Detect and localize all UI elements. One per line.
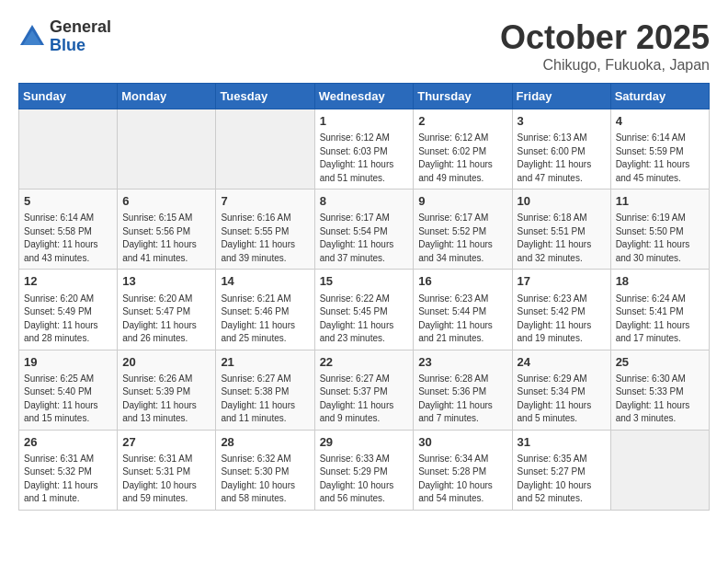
day-number: 14	[221, 273, 309, 290]
weekday-header-friday: Friday	[512, 84, 610, 109]
day-cell: 27Sunrise: 6:31 AM Sunset: 5:31 PM Dayli…	[118, 430, 216, 510]
day-cell: 22Sunrise: 6:27 AM Sunset: 5:37 PM Dayli…	[314, 350, 414, 430]
day-info: Sunrise: 6:19 AM Sunset: 5:50 PM Dayligh…	[616, 212, 704, 265]
month-title: October 2025	[500, 18, 710, 57]
day-cell: 7Sunrise: 6:16 AM Sunset: 5:55 PM Daylig…	[216, 190, 314, 270]
day-number: 20	[122, 354, 210, 371]
day-info: Sunrise: 6:23 AM Sunset: 5:44 PM Dayligh…	[418, 293, 506, 346]
day-info: Sunrise: 6:30 AM Sunset: 5:33 PM Dayligh…	[616, 373, 704, 426]
day-number: 5	[24, 193, 112, 210]
logo-blue-text: Blue	[50, 37, 111, 55]
day-info: Sunrise: 6:34 AM Sunset: 5:28 PM Dayligh…	[418, 453, 506, 506]
day-number: 13	[122, 273, 210, 290]
day-cell	[610, 430, 709, 510]
day-info: Sunrise: 6:12 AM Sunset: 6:03 PM Dayligh…	[320, 132, 409, 185]
day-cell: 26Sunrise: 6:31 AM Sunset: 5:32 PM Dayli…	[19, 430, 118, 510]
day-cell: 19Sunrise: 6:25 AM Sunset: 5:40 PM Dayli…	[19, 350, 118, 430]
day-number: 25	[616, 354, 704, 371]
day-cell: 24Sunrise: 6:29 AM Sunset: 5:34 PM Dayli…	[512, 350, 610, 430]
day-cell: 14Sunrise: 6:21 AM Sunset: 5:46 PM Dayli…	[216, 270, 314, 350]
day-cell: 12Sunrise: 6:20 AM Sunset: 5:49 PM Dayli…	[19, 270, 118, 350]
day-info: Sunrise: 6:17 AM Sunset: 5:54 PM Dayligh…	[320, 212, 409, 265]
day-info: Sunrise: 6:16 AM Sunset: 5:55 PM Dayligh…	[221, 212, 309, 265]
title-area: October 2025 Chikugo, Fukuoka, Japan	[500, 18, 710, 74]
day-cell	[19, 109, 118, 190]
day-cell: 2Sunrise: 6:12 AM Sunset: 6:02 PM Daylig…	[414, 109, 512, 190]
day-info: Sunrise: 6:12 AM Sunset: 6:02 PM Dayligh…	[418, 132, 506, 185]
weekday-header-thursday: Thursday	[414, 84, 512, 109]
weekday-header-saturday: Saturday	[610, 84, 709, 109]
day-number: 11	[616, 193, 704, 210]
day-cell: 9Sunrise: 6:17 AM Sunset: 5:52 PM Daylig…	[414, 190, 512, 270]
day-cell: 17Sunrise: 6:23 AM Sunset: 5:42 PM Dayli…	[512, 270, 610, 350]
day-cell: 29Sunrise: 6:33 AM Sunset: 5:29 PM Dayli…	[314, 430, 414, 510]
day-number: 4	[616, 113, 704, 130]
day-cell: 20Sunrise: 6:26 AM Sunset: 5:39 PM Dayli…	[118, 350, 216, 430]
day-number: 22	[320, 354, 409, 371]
day-number: 17	[518, 273, 606, 290]
day-number: 6	[122, 193, 210, 210]
day-number: 23	[418, 354, 506, 371]
day-number: 15	[320, 273, 409, 290]
day-info: Sunrise: 6:35 AM Sunset: 5:27 PM Dayligh…	[518, 453, 606, 506]
week-row-5: 26Sunrise: 6:31 AM Sunset: 5:32 PM Dayli…	[19, 430, 710, 510]
week-row-2: 5Sunrise: 6:14 AM Sunset: 5:58 PM Daylig…	[19, 190, 710, 270]
day-number: 29	[320, 434, 409, 451]
day-cell: 11Sunrise: 6:19 AM Sunset: 5:50 PM Dayli…	[610, 190, 709, 270]
day-info: Sunrise: 6:23 AM Sunset: 5:42 PM Dayligh…	[518, 293, 606, 346]
day-cell: 4Sunrise: 6:14 AM Sunset: 5:59 PM Daylig…	[610, 109, 709, 190]
day-number: 12	[24, 273, 112, 290]
day-number: 18	[616, 273, 704, 290]
day-number: 31	[518, 434, 606, 451]
weekday-header-row: SundayMondayTuesdayWednesdayThursdayFrid…	[19, 84, 710, 109]
day-cell: 28Sunrise: 6:32 AM Sunset: 5:30 PM Dayli…	[216, 430, 314, 510]
day-info: Sunrise: 6:22 AM Sunset: 5:45 PM Dayligh…	[320, 293, 409, 346]
day-info: Sunrise: 6:17 AM Sunset: 5:52 PM Dayligh…	[418, 212, 506, 265]
day-number: 28	[221, 434, 309, 451]
day-number: 19	[24, 354, 112, 371]
header: General Blue October 2025 Chikugo, Fukuo…	[18, 18, 710, 74]
day-info: Sunrise: 6:29 AM Sunset: 5:34 PM Dayligh…	[518, 373, 606, 426]
day-info: Sunrise: 6:20 AM Sunset: 5:47 PM Dayligh…	[122, 293, 210, 346]
calendar: SundayMondayTuesdayWednesdayThursdayFrid…	[18, 83, 710, 511]
weekday-header-sunday: Sunday	[19, 84, 118, 109]
day-cell: 16Sunrise: 6:23 AM Sunset: 5:44 PM Dayli…	[414, 270, 512, 350]
day-cell	[216, 109, 314, 190]
day-info: Sunrise: 6:27 AM Sunset: 5:38 PM Dayligh…	[221, 373, 309, 426]
day-number: 3	[518, 113, 606, 130]
day-cell: 25Sunrise: 6:30 AM Sunset: 5:33 PM Dayli…	[610, 350, 709, 430]
day-info: Sunrise: 6:20 AM Sunset: 5:49 PM Dayligh…	[24, 293, 112, 346]
day-info: Sunrise: 6:15 AM Sunset: 5:56 PM Dayligh…	[122, 212, 210, 265]
day-cell: 15Sunrise: 6:22 AM Sunset: 5:45 PM Dayli…	[314, 270, 414, 350]
day-info: Sunrise: 6:27 AM Sunset: 5:37 PM Dayligh…	[320, 373, 409, 426]
week-row-1: 1Sunrise: 6:12 AM Sunset: 6:03 PM Daylig…	[19, 109, 710, 190]
day-info: Sunrise: 6:21 AM Sunset: 5:46 PM Dayligh…	[221, 293, 309, 346]
day-info: Sunrise: 6:14 AM Sunset: 5:59 PM Dayligh…	[616, 132, 704, 185]
day-cell: 18Sunrise: 6:24 AM Sunset: 5:41 PM Dayli…	[610, 270, 709, 350]
day-cell: 1Sunrise: 6:12 AM Sunset: 6:03 PM Daylig…	[314, 109, 414, 190]
day-info: Sunrise: 6:33 AM Sunset: 5:29 PM Dayligh…	[320, 453, 409, 506]
day-info: Sunrise: 6:14 AM Sunset: 5:58 PM Dayligh…	[24, 212, 112, 265]
day-info: Sunrise: 6:26 AM Sunset: 5:39 PM Dayligh…	[122, 373, 210, 426]
day-info: Sunrise: 6:31 AM Sunset: 5:31 PM Dayligh…	[122, 453, 210, 506]
day-number: 16	[418, 273, 506, 290]
day-cell	[118, 109, 216, 190]
day-cell: 13Sunrise: 6:20 AM Sunset: 5:47 PM Dayli…	[118, 270, 216, 350]
day-info: Sunrise: 6:13 AM Sunset: 6:00 PM Dayligh…	[518, 132, 606, 185]
day-info: Sunrise: 6:28 AM Sunset: 5:36 PM Dayligh…	[418, 373, 506, 426]
day-number: 30	[418, 434, 506, 451]
location: Chikugo, Fukuoka, Japan	[500, 57, 710, 74]
day-number: 2	[418, 113, 506, 130]
week-row-4: 19Sunrise: 6:25 AM Sunset: 5:40 PM Dayli…	[19, 350, 710, 430]
day-cell: 30Sunrise: 6:34 AM Sunset: 5:28 PM Dayli…	[414, 430, 512, 510]
week-row-3: 12Sunrise: 6:20 AM Sunset: 5:49 PM Dayli…	[19, 270, 710, 350]
day-cell: 3Sunrise: 6:13 AM Sunset: 6:00 PM Daylig…	[512, 109, 610, 190]
logo-general-text: General	[50, 18, 111, 37]
day-cell: 8Sunrise: 6:17 AM Sunset: 5:54 PM Daylig…	[314, 190, 414, 270]
day-number: 21	[221, 354, 309, 371]
weekday-header-tuesday: Tuesday	[216, 84, 314, 109]
day-cell: 21Sunrise: 6:27 AM Sunset: 5:38 PM Dayli…	[216, 350, 314, 430]
day-number: 9	[418, 193, 506, 210]
day-info: Sunrise: 6:25 AM Sunset: 5:40 PM Dayligh…	[24, 373, 112, 426]
day-cell: 31Sunrise: 6:35 AM Sunset: 5:27 PM Dayli…	[512, 430, 610, 510]
